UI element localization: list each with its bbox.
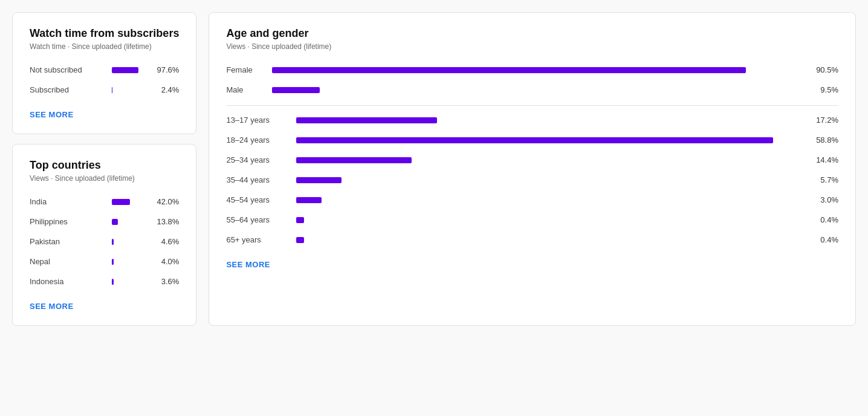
bar-value-35-44: 5.7% xyxy=(808,175,838,184)
bar-fill-35-44 xyxy=(296,177,342,183)
bar-fill-indonesia xyxy=(112,279,114,285)
bar-label-female: Female xyxy=(226,65,262,74)
bar-fill-male xyxy=(272,87,319,93)
bar-label-nepal: Nepal xyxy=(30,257,102,266)
bar-track-18-24 xyxy=(296,137,798,143)
dashboard: Watch time from subscribers Watch time ·… xyxy=(12,12,856,326)
bar-value-female: 90.5% xyxy=(808,65,838,74)
bar-label-55-64: 55–64 years xyxy=(226,215,287,224)
bar-fill-not-subscribed xyxy=(112,67,138,73)
bar-label-18-24: 18–24 years xyxy=(226,135,287,145)
bar-fill-subscribed xyxy=(112,87,112,93)
bar-fill-55-64 xyxy=(296,217,303,223)
bar-track-45-54 xyxy=(296,197,798,203)
bar-label-13-17: 13–17 years xyxy=(226,115,287,125)
bar-label-pakistan: Pakistan xyxy=(30,237,102,246)
bar-row-philippines: Philippines 13.8% xyxy=(30,217,179,226)
bar-label-65-plus: 65+ years xyxy=(226,235,287,244)
bar-row-pakistan: Pakistan 4.6% xyxy=(30,237,179,246)
bar-value-not-subscribed: 97.6% xyxy=(149,65,179,74)
bar-track-nepal xyxy=(112,259,139,265)
bar-label-not-subscribed: Not subscribed xyxy=(30,65,102,74)
bar-track-65-plus xyxy=(296,237,798,243)
top-countries-subtitle: Views · Since uploaded (lifetime) xyxy=(30,174,179,183)
bar-value-18-24: 58.8% xyxy=(808,135,838,145)
bar-row-35-44: 35–44 years 5.7% xyxy=(226,175,838,184)
bar-track-subscribed xyxy=(112,87,139,93)
bar-row-65-plus: 65+ years 0.4% xyxy=(226,235,838,244)
bar-label-male: Male xyxy=(226,85,262,94)
bar-value-nepal: 4.0% xyxy=(149,257,179,266)
bar-track-25-34 xyxy=(296,157,798,163)
bar-value-65-plus: 0.4% xyxy=(808,235,838,244)
bar-track-male xyxy=(272,87,798,93)
bar-track-indonesia xyxy=(112,279,139,285)
bar-track-female xyxy=(272,67,798,73)
bar-row-45-54: 45–54 years 3.0% xyxy=(226,195,838,204)
bar-fill-18-24 xyxy=(296,137,773,143)
bar-value-55-64: 0.4% xyxy=(808,215,838,224)
bar-fill-13-17 xyxy=(296,117,437,123)
bar-fill-female xyxy=(272,67,746,73)
top-countries-see-more[interactable]: SEE MORE xyxy=(30,302,74,311)
bar-track-not-subscribed xyxy=(112,67,139,73)
bar-row-55-64: 55–64 years 0.4% xyxy=(226,215,838,224)
top-countries-title: Top countries xyxy=(30,159,179,172)
bar-row-female: Female 90.5% xyxy=(226,65,838,74)
age-gender-see-more[interactable]: SEE MORE xyxy=(226,260,270,269)
bar-value-indonesia: 3.6% xyxy=(149,277,179,286)
bar-label-35-44: 35–44 years xyxy=(226,175,287,184)
left-column: Watch time from subscribers Watch time ·… xyxy=(12,12,196,326)
bar-row-india: India 42.0% xyxy=(30,197,179,206)
gender-age-divider xyxy=(226,105,838,106)
bar-track-india xyxy=(112,199,139,205)
bar-value-philippines: 13.8% xyxy=(149,217,179,226)
bar-value-45-54: 3.0% xyxy=(808,195,838,204)
bar-fill-philippines xyxy=(112,219,118,225)
bar-label-45-54: 45–54 years xyxy=(226,195,287,204)
bar-value-male: 9.5% xyxy=(808,85,838,94)
bar-fill-65-plus xyxy=(296,237,303,243)
bar-label-25-34: 25–34 years xyxy=(226,155,287,164)
bar-track-35-44 xyxy=(296,177,798,183)
bar-fill-india xyxy=(112,199,130,205)
bar-row-indonesia: Indonesia 3.6% xyxy=(30,277,179,286)
bar-value-pakistan: 4.6% xyxy=(149,237,179,246)
bar-label-indonesia: Indonesia xyxy=(30,277,102,286)
bar-row-male: Male 9.5% xyxy=(226,85,838,94)
bar-value-india: 42.0% xyxy=(149,197,179,206)
bar-fill-25-34 xyxy=(296,157,412,163)
bar-fill-pakistan xyxy=(112,239,114,245)
bar-value-13-17: 17.2% xyxy=(808,115,838,125)
age-gender-title: Age and gender xyxy=(226,27,838,40)
watch-time-card: Watch time from subscribers Watch time ·… xyxy=(12,12,196,134)
bar-value-subscribed: 2.4% xyxy=(149,85,179,94)
bar-fill-45-54 xyxy=(296,197,322,203)
bar-track-philippines xyxy=(112,219,139,225)
bar-value-25-34: 14.4% xyxy=(808,155,838,164)
bar-track-13-17 xyxy=(296,117,798,123)
watch-time-see-more[interactable]: SEE MORE xyxy=(30,110,74,119)
top-countries-card: Top countries Views · Since uploaded (li… xyxy=(12,144,196,326)
bar-row-25-34: 25–34 years 14.4% xyxy=(226,155,838,164)
bar-label-philippines: Philippines xyxy=(30,217,102,226)
bar-label-india: India xyxy=(30,197,102,206)
age-gender-card: Age and gender Views · Since uploaded (l… xyxy=(209,12,856,326)
watch-time-title: Watch time from subscribers xyxy=(30,27,179,40)
bar-row-nepal: Nepal 4.0% xyxy=(30,257,179,266)
bar-fill-nepal xyxy=(112,259,114,265)
watch-time-subtitle: Watch time · Since uploaded (lifetime) xyxy=(30,42,179,51)
bar-track-55-64 xyxy=(296,217,798,223)
bar-row-not-subscribed: Not subscribed 97.6% xyxy=(30,65,179,74)
bar-row-13-17: 13–17 years 17.2% xyxy=(226,115,838,125)
bar-track-pakistan xyxy=(112,239,139,245)
bar-row-18-24: 18–24 years 58.8% xyxy=(226,135,838,145)
bar-label-subscribed: Subscribed xyxy=(30,85,102,94)
age-gender-subtitle: Views · Since uploaded (lifetime) xyxy=(226,42,838,51)
bar-row-subscribed: Subscribed 2.4% xyxy=(30,85,179,94)
